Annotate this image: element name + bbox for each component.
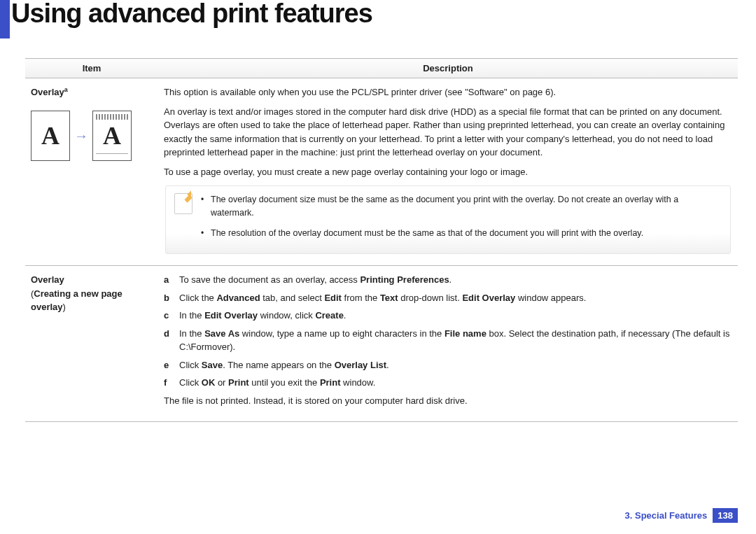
note-icon [174,193,192,214]
title-accent [0,0,10,38]
item-label: Overlay [31,87,64,97]
step-e: e Click Save. The name appears on the Ov… [164,358,732,372]
step-b: b Click the Advanced tab, and select Edi… [164,291,732,305]
table-row: Overlay (Creating a new page overlay) a … [25,266,738,422]
step-d: d In the Save As window, type a name up … [164,327,732,354]
item-label: Overlay [31,273,153,287]
item-cell-overlay: Overlaya A → A [25,78,158,266]
steps-list: a To save the document as an overlay, ac… [164,273,732,390]
overlay-desc-usage: To use a page overlay, you must create a… [164,165,732,179]
chapter-label: 3. Special Features [625,510,708,521]
step-c: c In the Edit Overlay window, click Crea… [164,309,732,323]
overlay-desc-definition: An overlay is text and/or images stored … [164,105,732,160]
content-area: Item Description Overlaya A → A This opt… [0,58,756,422]
description-cell-overlay: This option is available only when you u… [158,78,738,266]
note-box: The overlay document size must be the sa… [165,185,731,254]
step-trailing-note: The file is not printed. Instead, it is … [164,394,732,408]
page-title: Using advanced print features [10,0,372,38]
item-sublabel: (Creating a new page overlay) [31,287,153,314]
step-f: f Click OK or Print until you exit the P… [164,376,732,390]
description-cell-overlay-create: a To save the document as an overlay, ac… [158,266,738,422]
features-table: Item Description Overlaya A → A This opt… [25,58,738,422]
overlay-figure-blank-page: A [31,111,70,161]
item-cell-overlay-create: Overlay (Creating a new page overlay) [25,266,158,422]
table-row: Overlaya A → A This option is available … [25,78,738,266]
overlay-figure-letterhead-page: A [92,111,132,161]
overlay-desc-availability: This option is available only when you u… [164,85,732,99]
note-item: The resolution of the overlay document m… [201,227,720,240]
page-number: 138 [713,508,738,523]
overlay-figure: A → A [31,111,153,161]
col-header-item: Item [25,59,158,78]
step-a: a To save the document as an overlay, ac… [164,273,732,287]
note-item: The overlay document size must be the sa… [201,193,720,220]
arrow-right-icon: → [74,125,88,146]
page-footer: 3. Special Features 138 [625,508,738,523]
page-title-bar: Using advanced print features [0,0,756,38]
col-header-description: Description [158,59,738,78]
item-footnote-marker: a [64,86,68,93]
